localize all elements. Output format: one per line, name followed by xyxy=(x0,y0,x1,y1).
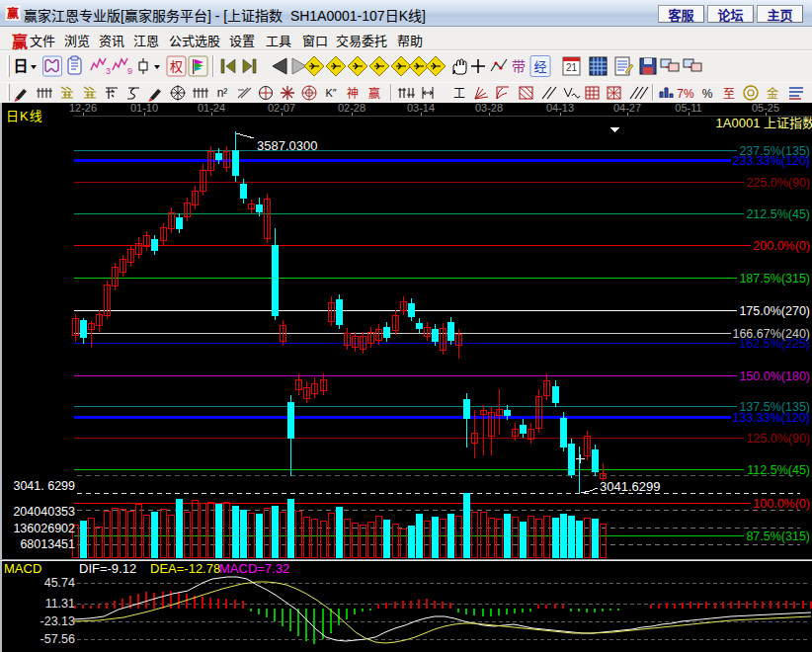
svg-text:05-11: 05-11 xyxy=(675,103,701,114)
svg-text:02-28: 02-28 xyxy=(338,103,365,114)
svg-text:9: 9 xyxy=(127,64,132,77)
svg-text:01-24: 01-24 xyxy=(198,103,225,114)
svg-text:112.5%(45): 112.5%(45) xyxy=(747,463,810,477)
svg-text:-23.13: -23.13 xyxy=(41,614,75,628)
svg-text:工: 工 xyxy=(453,84,465,101)
svg-text:12-26: 12-26 xyxy=(69,103,97,114)
svg-text:233.33%(120): 233.33%(120) xyxy=(732,154,810,168)
svg-text:权: 权 xyxy=(170,56,183,75)
svg-text:200.0%(0): 200.0%(0) xyxy=(753,239,810,253)
svg-text:187.5%(315): 187.5%(315) xyxy=(739,272,810,285)
svg-text:神: 神 xyxy=(347,84,359,101)
svg-text:至: 至 xyxy=(723,84,735,101)
svg-text:经: 经 xyxy=(533,56,546,75)
svg-text:03-14: 03-14 xyxy=(407,103,435,114)
svg-text:日: 日 xyxy=(13,54,28,75)
svg-text:02-07: 02-07 xyxy=(268,103,295,114)
svg-text:DEA=-12.78: DEA=-12.78 xyxy=(150,561,220,576)
svg-text:45.74: 45.74 xyxy=(44,576,75,590)
svg-text:1A0001 上证指数: 1A0001 上证指数 xyxy=(716,113,812,131)
svg-text:3587.0300: 3587.0300 xyxy=(257,138,317,153)
svg-text:带: 带 xyxy=(512,55,526,75)
svg-text:04-27: 04-27 xyxy=(613,103,641,114)
svg-text:%: % xyxy=(702,84,713,101)
svg-text:DIF=-9.12: DIF=-9.12 xyxy=(79,561,136,576)
svg-text:68013451: 68013451 xyxy=(20,537,75,551)
svg-text:87.5%(315): 87.5%(315) xyxy=(746,530,810,543)
svg-text:01-10: 01-10 xyxy=(130,103,158,114)
svg-text:225.0%(90): 225.0%(90) xyxy=(746,176,810,190)
svg-text:MACD=7.32: MACD=7.32 xyxy=(219,561,289,576)
svg-text:3041.6299: 3041.6299 xyxy=(600,479,660,494)
svg-text:133.33%(120): 133.33%(120) xyxy=(732,411,810,425)
svg-text:K″: K″ xyxy=(325,84,336,100)
svg-text:3: 3 xyxy=(106,64,111,77)
svg-text:-57.56: -57.56 xyxy=(41,632,75,646)
svg-text:150.0%(180): 150.0%(180) xyxy=(739,369,810,383)
svg-text:100.0%(0): 100.0%(0) xyxy=(753,497,810,511)
svg-text:金: 金 xyxy=(767,84,778,101)
svg-text:175.0%(270): 175.0%(270) xyxy=(739,304,810,318)
svg-text:136026902: 136026902 xyxy=(13,522,75,535)
svg-text:125.0%(90): 125.0%(90) xyxy=(746,432,810,446)
svg-text:212.5%(45): 212.5%(45) xyxy=(746,207,810,221)
svg-text:11.31: 11.31 xyxy=(45,597,75,611)
svg-text:204040353: 204040353 xyxy=(13,505,75,519)
svg-text:21: 21 xyxy=(566,59,578,74)
svg-text:日K线: 日K线 xyxy=(6,106,43,124)
svg-text:162.5%(225): 162.5%(225) xyxy=(739,337,810,351)
svg-text:04-13: 04-13 xyxy=(546,103,574,114)
svg-text:3041. 6299: 3041. 6299 xyxy=(13,479,75,493)
svg-text:03-28: 03-28 xyxy=(475,103,503,114)
svg-text:赢: 赢 xyxy=(368,84,380,101)
svg-text:MACD: MACD xyxy=(4,561,41,576)
svg-text:n²: n² xyxy=(217,83,228,100)
svg-text:7%: 7% xyxy=(677,84,694,101)
